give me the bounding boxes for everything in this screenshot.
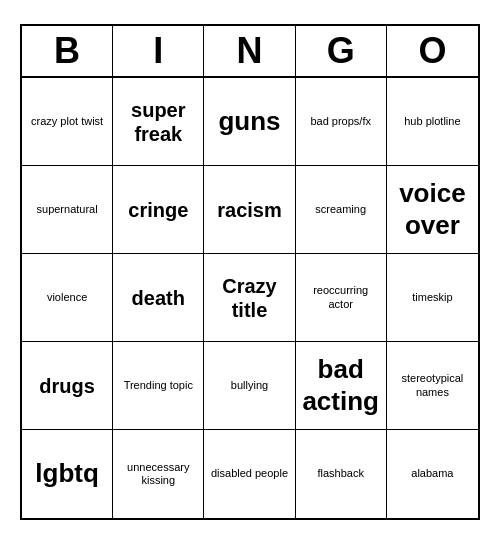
bingo-cell: disabled people	[204, 430, 295, 518]
bingo-cell-text: screaming	[315, 203, 366, 216]
bingo-cell-text: Crazy title	[208, 274, 290, 322]
bingo-cell: death	[113, 254, 204, 342]
bingo-cell-text: flashback	[317, 467, 363, 480]
bingo-cell: bullying	[204, 342, 295, 430]
bingo-cell: unnecessary kissing	[113, 430, 204, 518]
bingo-cell: stereotypical names	[387, 342, 478, 430]
bingo-cell: flashback	[296, 430, 387, 518]
bingo-cell: reoccurring actor	[296, 254, 387, 342]
bingo-header: BINGO	[22, 26, 478, 78]
bingo-cell-text: racism	[217, 198, 282, 222]
bingo-cell: bad acting	[296, 342, 387, 430]
bingo-cell-text: voice over	[391, 178, 474, 240]
bingo-cell: cringe	[113, 166, 204, 254]
bingo-grid: crazy plot twistsuper freakgunsbad props…	[22, 78, 478, 518]
bingo-cell-text: violence	[47, 291, 87, 304]
bingo-cell: racism	[204, 166, 295, 254]
bingo-cell-text: disabled people	[211, 467, 288, 480]
bingo-cell: hub plotline	[387, 78, 478, 166]
bingo-cell-text: stereotypical names	[391, 372, 474, 398]
bingo-cell-text: Trending topic	[124, 379, 193, 392]
bingo-cell: supernatural	[22, 166, 113, 254]
bingo-cell-text: hub plotline	[404, 115, 460, 128]
bingo-cell-text: guns	[218, 106, 280, 137]
bingo-cell: voice over	[387, 166, 478, 254]
bingo-cell: bad props/fx	[296, 78, 387, 166]
bingo-cell: drugs	[22, 342, 113, 430]
bingo-card: BINGO crazy plot twistsuper freakgunsbad…	[20, 24, 480, 520]
bingo-cell: super freak	[113, 78, 204, 166]
bingo-cell: crazy plot twist	[22, 78, 113, 166]
bingo-header-letter: B	[22, 26, 113, 76]
bingo-cell-text: super freak	[117, 98, 199, 146]
bingo-cell-text: bullying	[231, 379, 268, 392]
bingo-cell-text: alabama	[411, 467, 453, 480]
bingo-cell-text: bad acting	[300, 354, 382, 416]
bingo-cell-text: lgbtq	[35, 458, 99, 489]
bingo-cell-text: reoccurring actor	[300, 284, 382, 310]
bingo-cell-text: cringe	[128, 198, 188, 222]
bingo-cell: lgbtq	[22, 430, 113, 518]
bingo-cell-text: supernatural	[37, 203, 98, 216]
bingo-header-letter: I	[113, 26, 204, 76]
bingo-header-letter: N	[204, 26, 295, 76]
bingo-cell: violence	[22, 254, 113, 342]
bingo-cell-text: death	[132, 286, 185, 310]
bingo-cell-text: timeskip	[412, 291, 452, 304]
bingo-header-letter: O	[387, 26, 478, 76]
bingo-cell: Trending topic	[113, 342, 204, 430]
bingo-cell-text: crazy plot twist	[31, 115, 103, 128]
bingo-header-letter: G	[296, 26, 387, 76]
bingo-cell-text: drugs	[39, 374, 95, 398]
bingo-cell: guns	[204, 78, 295, 166]
bingo-cell-text: bad props/fx	[310, 115, 371, 128]
bingo-cell: screaming	[296, 166, 387, 254]
bingo-cell: timeskip	[387, 254, 478, 342]
bingo-cell: alabama	[387, 430, 478, 518]
bingo-cell: Crazy title	[204, 254, 295, 342]
bingo-cell-text: unnecessary kissing	[117, 461, 199, 487]
